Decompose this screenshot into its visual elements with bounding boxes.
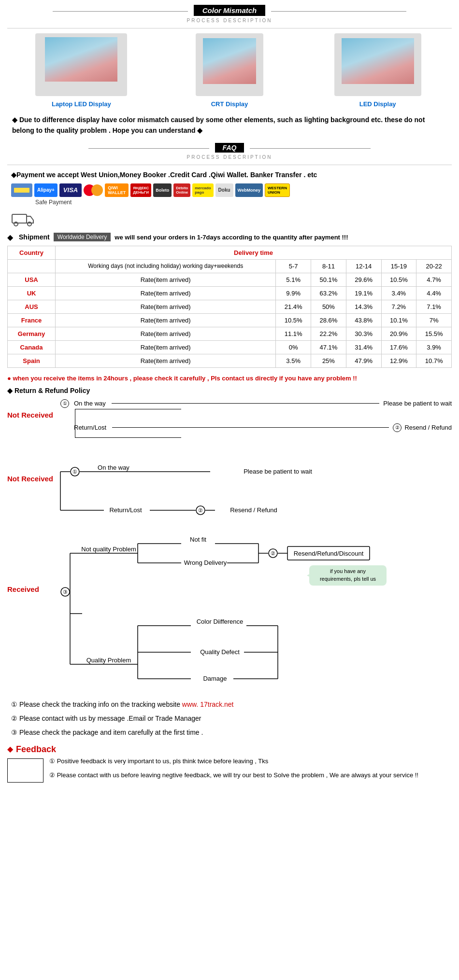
payment-icon-mercado: mercadopago xyxy=(192,183,213,197)
delivery-value: 25% xyxy=(311,354,346,367)
svg-text:Wrong Delivery: Wrong Delivery xyxy=(184,559,227,566)
flow-bracket xyxy=(72,409,181,438)
delivery-value: 3.9% xyxy=(416,340,452,354)
feedback-item-1: ① Positive feedback is very important to… xyxy=(49,756,418,767)
not-received-flow-svg: Not Received ① On the way Please be pati… xyxy=(7,462,452,521)
svg-text:if you have any: if you have any xyxy=(330,568,366,574)
led-image xyxy=(334,33,421,96)
svg-text:Return/Lost: Return/Lost xyxy=(109,506,142,514)
shipment-note: we will send your orders in 1-7days acco… xyxy=(115,234,348,241)
feedback-item-2: ② Please contact with us before leaving … xyxy=(49,770,418,781)
svg-text:requirements, pls tell us: requirements, pls tell us xyxy=(320,576,376,582)
instruction-2-num: ② xyxy=(11,714,17,722)
delivery-label: Rate(item arrived) xyxy=(56,300,276,313)
not-received-flow: ① On the way Please be patient to wait R… xyxy=(60,399,452,432)
laptop-caption: Laptop LED Display xyxy=(7,100,156,108)
feedback-num-2: ② xyxy=(49,771,55,779)
feedback-box xyxy=(7,758,43,783)
delivery-value: 5.1% xyxy=(276,273,311,286)
return-policy-title: ◆ Return & Refund Policy xyxy=(7,387,452,394)
truck-icon-row xyxy=(11,210,448,227)
patient-text: Please be patient to wait xyxy=(383,400,452,407)
header-banner: Color Mismatch xyxy=(7,5,452,16)
faq-title: FAQ xyxy=(215,143,244,153)
header-title: Color Mismatch xyxy=(194,5,266,16)
product-images-row: Laptop LED Display CRT Display LED Displ… xyxy=(7,33,452,108)
svg-rect-0 xyxy=(12,214,27,223)
payment-icon-yandex: ЯНДЕКСДЕНЬГИ xyxy=(130,183,151,197)
delivery-value: 15.5% xyxy=(416,327,452,340)
delivery-value: 31.4% xyxy=(346,340,381,354)
payment-icon-mc2 xyxy=(91,184,103,196)
delivery-value: 47.1% xyxy=(311,340,346,354)
delivery-value: 12.9% xyxy=(381,354,416,367)
delivery-value: 30.3% xyxy=(346,327,381,340)
delivery-row: AUSRate(item arrived)21.4%50%14.3%7.2%7.… xyxy=(8,300,452,313)
svg-text:Resend/Refund/Discount: Resend/Refund/Discount xyxy=(294,550,364,557)
delivery-value: 7.2% xyxy=(381,300,416,313)
svg-text:Not fit: Not fit xyxy=(190,536,206,543)
svg-text:Damage: Damage xyxy=(203,675,227,682)
sub-header-20-22: 20-22 xyxy=(416,259,452,273)
delivery-value: 29.6% xyxy=(346,273,381,286)
delivery-value: 9.9% xyxy=(276,286,311,300)
delivery-value: 17.6% xyxy=(381,340,416,354)
svg-text:Color Diifference: Color Diifference xyxy=(197,618,244,625)
delivery-value: 7% xyxy=(416,313,452,327)
sub-header-15-19: 15-19 xyxy=(381,259,416,273)
page-wrapper: Color Mismatch PROCESS DESCRIPTION Lapto… xyxy=(0,0,459,794)
not-received-section: Not Received ① On the way Please be pati… xyxy=(7,399,452,452)
header-subtitle: PROCESS DESCRIPTION xyxy=(7,18,452,23)
circle-1: ① xyxy=(60,399,69,408)
feedback-body: ① Positive feedback is very important to… xyxy=(7,756,452,783)
sub-header-8-11: 8-11 xyxy=(311,259,346,273)
laptop-image xyxy=(35,33,127,96)
delivery-label: Rate(item arrived) xyxy=(56,313,276,327)
shipment-diamond: ◆ xyxy=(7,233,13,242)
payment-icon-qiwi: QIWIWALLET xyxy=(105,183,129,197)
delivery-label: Rate(item arrived) xyxy=(56,354,276,367)
payment-text: ◆Payment we accept West Union,Money Book… xyxy=(11,171,448,179)
faq-subtitle: PROCESS DESCRIPTION xyxy=(7,154,452,160)
payment-icon-boleto: Boleto xyxy=(153,183,172,197)
not-received-svg: Not Received ① On the way Please be pati… xyxy=(7,462,442,520)
delivery-value: 63.2% xyxy=(311,286,346,300)
payment-icon-visa: VISA xyxy=(59,183,82,197)
svg-text:②: ② xyxy=(271,550,275,556)
instruction-3-text: Please check the package and item carefu… xyxy=(19,728,203,736)
led-caption: LED Display xyxy=(303,100,452,108)
product-led: LED Display xyxy=(303,33,452,108)
delivery-table: Country Delivery time Working days (not … xyxy=(7,246,452,368)
flow-line-1 xyxy=(112,403,380,404)
delivery-value: 10.5% xyxy=(276,313,311,327)
delivery-label: Rate(item arrived) xyxy=(56,273,276,286)
instruction-1-num: ① xyxy=(11,700,17,708)
laptop-screen xyxy=(45,37,117,82)
track-link[interactable]: www. 17track.net xyxy=(182,700,234,708)
feedback-diamond: ◆ xyxy=(7,744,13,754)
svg-text:Quality Problem: Quality Problem xyxy=(86,657,131,664)
delivery-country: AUS xyxy=(8,300,56,313)
delivery-label: Rate(item arrived) xyxy=(56,286,276,300)
faq-divider xyxy=(7,165,452,165)
payment-icon-debito: DébitoOnline xyxy=(173,183,190,197)
delivery-value: 50.1% xyxy=(311,273,346,286)
delivery-row: UKRate(item arrived)9.9%63.2%19.1%3.4%4.… xyxy=(8,286,452,300)
instruction-1-text: Please check the tracking info on the tr… xyxy=(19,700,180,708)
feedback-title: Feedback xyxy=(16,744,56,755)
crt-caption: CRT Display xyxy=(156,100,304,108)
instruction-2-text: Please contact with us by message .Email… xyxy=(19,714,201,722)
top-divider xyxy=(7,28,452,28)
svg-text:①: ① xyxy=(72,469,77,475)
faq-banner: FAQ xyxy=(7,143,452,153)
bracket-box xyxy=(75,409,181,438)
svg-text:Please be patient to wait: Please be patient to wait xyxy=(244,468,312,475)
delivery-value: 3.4% xyxy=(381,286,416,300)
delivery-label: Rate(item arrived) xyxy=(56,327,276,340)
resend-refund-text: Resend / Refund xyxy=(404,424,452,431)
delivery-country: UK xyxy=(8,286,56,300)
delivery-label: Rate(item arrived) xyxy=(56,340,276,354)
delivery-row: GermanyRate(item arrived)11.1%22.2%30.3%… xyxy=(8,327,452,340)
payment-icon-western: WESTERNUNION xyxy=(265,183,290,197)
on-the-way-text: On the way xyxy=(72,400,108,407)
